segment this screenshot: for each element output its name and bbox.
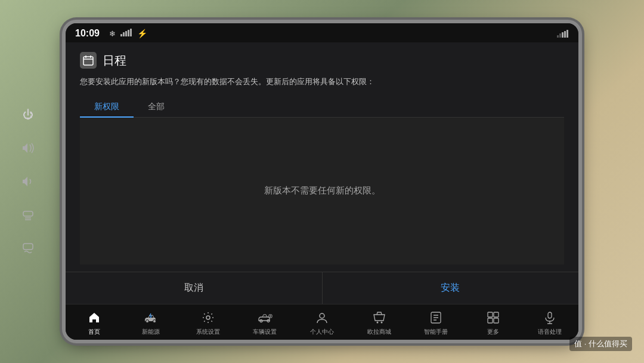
nav-item-car-settings[interactable]: 车辆设置 [237,309,294,336]
svg-rect-7 [557,35,559,38]
volume-up-button[interactable] [18,138,38,158]
svg-point-13 [146,320,149,323]
action-row: 取消 安装 [66,272,578,304]
nav-label-manual: 智能手册 [424,328,448,336]
manual-icon [428,309,444,326]
volume-down-button[interactable] [18,171,38,192]
ev-icon [143,309,159,326]
nav-item-voice[interactable]: 语音处理 [522,309,579,336]
install-question: 您要安装此应用的新版本吗？您现有的数据不会丢失。更新后的应用将具备以下权限： [80,76,564,88]
nav-label-car-settings: 车辆设置 [253,328,277,336]
signal-icon [120,29,132,38]
status-time: 10:09 [75,28,100,39]
svg-point-14 [153,320,156,323]
charge-icon: ⚡ [137,29,147,38]
bottom-navigation: 首页 新能源 [66,304,578,340]
shop-icon [371,309,388,326]
install-button[interactable]: 安装 [323,272,579,304]
nav-label-more: 更多 [487,328,499,336]
nav-item-home[interactable]: 首页 [66,309,123,336]
cancel-button[interactable]: 取消 [66,272,323,304]
settings-icon [200,309,216,326]
svg-point-20 [376,322,378,324]
app-icon [80,52,97,69]
svg-rect-3 [123,32,125,36]
svg-point-15 [206,316,210,319]
nav-item-profile[interactable]: 个人中心 [293,309,351,336]
svg-rect-11 [566,30,568,38]
outer-background: ⏻ [0,0,644,363]
defrost-button[interactable] [18,205,38,225]
nav-item-shop[interactable]: 欧拉商城 [351,309,408,336]
svg-rect-24 [494,312,499,317]
nav-label-shop: 欧拉商城 [367,328,391,336]
svg-rect-1 [23,244,33,250]
nav-label-home: 首页 [88,328,100,336]
power-button[interactable]: ⏻ [18,104,38,125]
tab-new-permissions[interactable]: 新权限 [80,97,134,117]
ac-button[interactable] [18,238,38,259]
main-screen: 10:09 ❄ ⚡ [66,23,578,340]
permission-message: 新版本不需要任何新的权限。 [264,185,380,196]
svg-rect-26 [494,318,499,323]
svg-rect-6 [130,29,132,36]
svg-rect-23 [488,312,493,317]
app-header: 日程 [80,52,564,69]
svg-rect-9 [562,32,564,38]
watermark: 值 · 什么值得买 [569,337,632,351]
main-content: 日程 您要安装此应用的新版本吗？您现有的数据不会丢失。更新后的应用将具备以下权限… [66,42,578,272]
svg-point-21 [380,322,382,324]
fan-icon: ❄ [109,29,116,38]
svg-rect-25 [488,318,493,323]
nav-label-profile: 个人中心 [310,328,334,336]
svg-rect-0 [23,211,33,216]
profile-icon [314,309,330,326]
nav-label-voice: 语音处理 [538,328,562,336]
status-bar: 10:09 ❄ ⚡ [66,23,578,42]
left-controls-panel: ⏻ [18,104,38,259]
svg-rect-8 [559,33,561,38]
more-icon [485,309,501,326]
status-right [557,30,569,38]
svg-rect-2 [120,34,122,36]
svg-rect-10 [564,31,566,38]
permission-content-area: 新版本不需要任何新的权限。 [80,118,564,264]
voice-icon [541,309,558,326]
svg-point-19 [320,313,324,318]
nav-item-more[interactable]: 更多 [465,309,522,336]
nav-item-manual[interactable]: 智能手册 [407,309,465,336]
app-title: 日程 [103,53,126,69]
nav-label-settings: 系统设置 [196,328,220,336]
tab-all-permissions[interactable]: 全部 [134,97,179,117]
svg-rect-4 [125,31,127,36]
nav-item-ev[interactable]: 新能源 [123,309,180,336]
svg-rect-12 [83,57,93,65]
nav-item-settings[interactable]: 系统设置 [179,309,237,336]
svg-rect-5 [128,30,129,36]
permission-tabs: 新权限 全部 [80,97,564,118]
car-settings-icon [256,309,273,326]
nav-label-ev: 新能源 [142,328,160,336]
svg-rect-27 [548,312,552,318]
home-icon [86,309,103,326]
